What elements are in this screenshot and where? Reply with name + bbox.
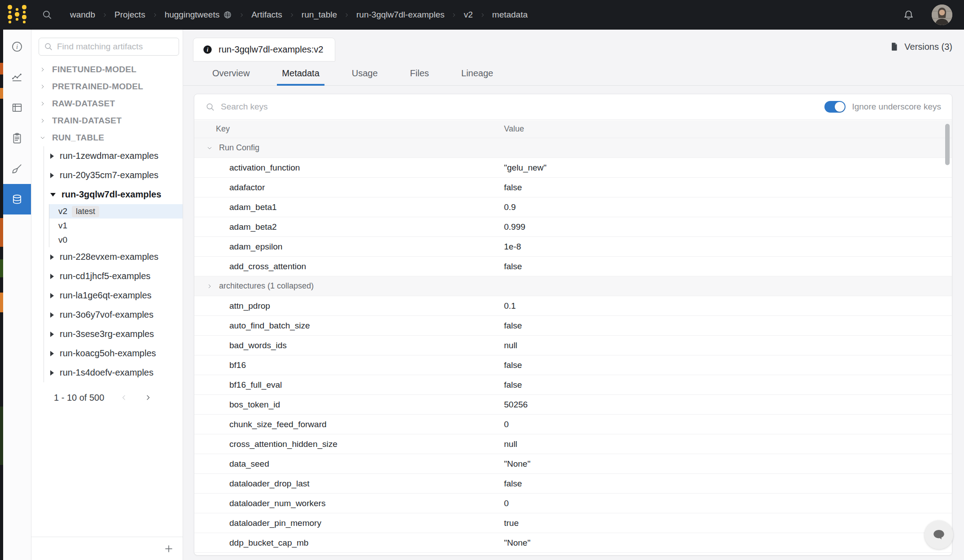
version-label: v2 <box>58 206 67 216</box>
version-item-v2[interactable]: v2latest <box>49 204 183 219</box>
artifact-item-label: run-3sese3rg-examples <box>60 329 154 339</box>
artifact-item-run-la1ge6qt-examples[interactable]: run-la1ge6qt-examples <box>44 286 183 305</box>
collection-label: FINETUNED-MODEL <box>52 65 136 74</box>
user-avatar[interactable] <box>932 4 952 25</box>
artifact-item-run-3gqlw7dl-examples[interactable]: run-3gqlw7dl-examples <box>44 185 183 204</box>
desktop-edge-strip <box>0 30 3 560</box>
value-cell: null <box>504 341 952 350</box>
artifact-item-run-20y35cm7-examples[interactable]: run-20y35cm7-examples <box>44 166 183 185</box>
versions-button-label: Versions (3) <box>904 42 952 52</box>
help-chat-button[interactable] <box>925 521 953 549</box>
collection-raw-dataset[interactable]: RAW-DATASET <box>31 95 183 112</box>
reports-icon <box>11 132 23 144</box>
breadcrumb-item[interactable]: v2 <box>464 10 473 20</box>
artifact-search-input[interactable] <box>57 42 174 52</box>
breadcrumb-item[interactable]: run_table <box>302 10 337 20</box>
value-cell: 0.999 <box>504 222 952 232</box>
wandb-logo-icon[interactable] <box>8 4 26 25</box>
table-scrollbar-thumb[interactable] <box>945 124 950 165</box>
artifact-item-run-3o6y7vof-examples[interactable]: run-3o6y7vof-examples <box>44 305 183 324</box>
artifact-item-run-koacg5oh-examples[interactable]: run-koacg5oh-examples <box>44 344 183 363</box>
breadcrumb-item[interactable]: metadata <box>492 10 528 20</box>
ignore-underscore-toggle[interactable] <box>824 101 846 113</box>
group-row-architectures[interactable]: architectures (1 collapsed) <box>194 276 952 296</box>
artifact-item-run-1s4doefv-examples[interactable]: run-1s4doefv-examples <box>44 363 183 382</box>
version-item-v0[interactable]: v0 <box>49 233 183 247</box>
metadata-card: Ignore underscore keys Key Value Run Con… <box>194 94 952 556</box>
chevron-down-icon <box>39 134 46 141</box>
version-label: v0 <box>58 235 67 245</box>
artifact-item-label: run-20y35cm7-examples <box>60 170 158 180</box>
caret-right-icon <box>50 332 54 337</box>
artifact-version-chip[interactable]: i run-3gqlw7dl-examples:v2 <box>193 38 335 61</box>
value-cell: 0 <box>504 420 952 429</box>
breadcrumb-item[interactable]: Artifacts <box>251 10 282 20</box>
caret-right-icon <box>50 293 54 298</box>
breadcrumb: wandbProjectshuggingtweetsArtifactsrun_t… <box>70 10 528 20</box>
version-item-v1[interactable]: v1 <box>49 219 183 233</box>
tab-files[interactable]: Files <box>409 61 430 85</box>
metadata-table: Key Value Run Configactivation_function"… <box>194 120 952 555</box>
rail-item-artifacts[interactable] <box>3 184 31 214</box>
key-cell: adam_beta1 <box>194 202 504 212</box>
tab-lineage[interactable]: Lineage <box>460 61 495 85</box>
value-cell: false <box>504 183 952 192</box>
tab-metadata[interactable]: Metadata <box>280 61 320 85</box>
collection-pretrained-model[interactable]: PRETRAINED-MODEL <box>31 78 183 95</box>
pagination-prev-icon[interactable] <box>119 393 128 402</box>
column-header-value: Value <box>504 124 952 134</box>
tree-pagination: 1 - 10 of 500 <box>31 389 183 407</box>
value-cell: null <box>504 439 952 449</box>
versions-button[interactable]: Versions (3) <box>890 41 952 52</box>
value-cell: "None" <box>504 459 952 469</box>
navbar-search-icon[interactable] <box>41 9 53 21</box>
breadcrumb-separator-icon <box>289 12 295 18</box>
artifact-item-run-228evxem-examples[interactable]: run-228evxem-examples <box>44 247 183 267</box>
search-keys-input[interactable] <box>221 102 819 112</box>
breadcrumb-item[interactable]: wandb <box>70 10 95 20</box>
collection-run_table[interactable]: RUN_TABLE <box>31 129 183 146</box>
group-label: Run Config <box>219 143 259 153</box>
artifact-item-run-1zewdmar-examples[interactable]: run-1zewdmar-examples <box>44 146 183 166</box>
rail-item-charts[interactable] <box>3 62 31 92</box>
value-cell: "gelu_new" <box>504 163 952 173</box>
info-filled-icon: i <box>202 44 213 55</box>
artifact-item-label: run-1s4doefv-examples <box>60 368 153 378</box>
breadcrumb-separator-icon <box>479 12 486 18</box>
notifications-bell-icon[interactable] <box>903 9 915 21</box>
navbar-right <box>903 4 952 25</box>
breadcrumb-item[interactable]: huggingtweets <box>165 10 232 20</box>
caret-down-icon <box>50 193 56 197</box>
collection-train-dataset[interactable]: TRAIN-DATASET <box>31 112 183 129</box>
column-header-key: Key <box>194 124 504 134</box>
group-row-run[interactable]: Run Config <box>194 138 952 158</box>
search-icon <box>205 102 215 112</box>
artifact-item-run-cd1jhcf5-examples[interactable]: run-cd1jhcf5-examples <box>44 267 183 286</box>
artifact-item-label: run-koacg5oh-examples <box>60 348 156 359</box>
key-cell: adam_beta2 <box>194 222 504 232</box>
caret-right-icon <box>50 254 54 260</box>
artifact-item-label: run-228evxem-examples <box>60 252 158 262</box>
key-cell: dataloader_num_workers <box>194 499 504 508</box>
value-cell: "None" <box>504 538 952 548</box>
rail-item-reports[interactable] <box>3 123 31 153</box>
tab-usage[interactable]: Usage <box>351 61 379 85</box>
artifact-browser-panel: FINETUNED-MODELPRETRAINED-MODELRAW-DATAS… <box>31 30 183 560</box>
artifact-item-run-3sese3rg-examples[interactable]: run-3sese3rg-examples <box>44 324 183 344</box>
key-cell: dataloader_pin_memory <box>194 518 504 528</box>
breadcrumb-item[interactable]: run-3gqlw7dl-examples <box>356 10 444 20</box>
pagination-next-icon[interactable] <box>144 393 153 402</box>
chevron-down-icon <box>206 144 213 152</box>
artifact-item-label: run-3o6y7vof-examples <box>60 310 153 320</box>
breadcrumb-item[interactable]: Projects <box>114 10 145 20</box>
key-cell: data_seed <box>194 459 504 469</box>
tab-overview[interactable]: Overview <box>211 61 251 85</box>
rail-item-info[interactable]: i <box>3 31 31 62</box>
caret-right-icon <box>50 153 54 159</box>
add-artifact-plus-icon[interactable] <box>163 543 175 555</box>
artifact-item-label: run-1zewdmar-examples <box>60 151 158 161</box>
rail-item-sweeps[interactable] <box>3 153 31 184</box>
rail-item-tables[interactable] <box>3 92 31 123</box>
collection-finetuned-model[interactable]: FINETUNED-MODEL <box>31 61 183 78</box>
key-cell: bad_words_ids <box>194 341 504 350</box>
